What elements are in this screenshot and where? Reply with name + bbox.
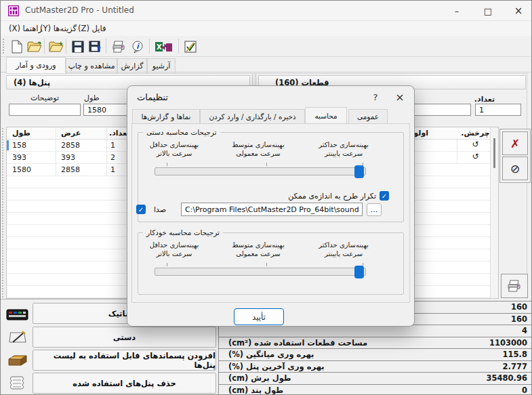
maximize-button[interactable]: □: [474, 1, 502, 21]
stat-row: مساحت قطعات استفاده شده (cm²) 1103000: [219, 337, 532, 350]
ok-button[interactable]: تأیید: [234, 308, 284, 325]
manual-button[interactable]: دستی: [33, 327, 216, 348]
tab-input-stats[interactable]: ورودی و آمار: [6, 57, 66, 73]
stat-row: طول بند (cm) 0: [219, 385, 532, 395]
sound-path-input[interactable]: [181, 203, 363, 216]
count-label: تعداد.: [448, 95, 521, 104]
slider-label-mid: بهینه‌سازی متوسط سرعت معمولی: [226, 241, 291, 258]
dialog-tab-save-load-import[interactable]: ذخیره / بارگذاری / وارد کردن: [200, 109, 305, 123]
dialog-help-button[interactable]: ?: [366, 89, 385, 105]
print-list-button[interactable]: [501, 274, 528, 298]
rotation-icon: ↺: [459, 152, 491, 161]
tab-view-print[interactable]: مشاهده و چاپ: [66, 58, 117, 73]
stat-row: 4: [219, 325, 532, 337]
auto-group-title: ترجیحات محاسبه خودکار: [143, 228, 223, 236]
stat-row: بهره وری آخرین پنل (%) 2.777: [219, 361, 532, 373]
repeat-pattern-label: تکرار طرح به اندازه‌ی ممکن: [260, 192, 376, 201]
add-remnants-button[interactable]: افزودن پسماندهای قابل استفاده به لیست پن…: [33, 350, 216, 371]
sound-label: صدا: [148, 205, 171, 214]
settings-dialog: تنظیمات ? × نماها و گزارش‌ها ذخیره / بار…: [127, 85, 415, 327]
close-button[interactable]: ×: [504, 1, 532, 21]
tab-report[interactable]: گزارش: [117, 58, 147, 73]
toolbar: + ? i X: [1, 36, 532, 57]
new-document-icon[interactable]: [9, 39, 25, 55]
app-icon: [8, 5, 19, 19]
verify-sheet-icon[interactable]: [182, 39, 199, 55]
description-input[interactable]: [9, 104, 81, 116]
stat-row: بهره وری میانگین (%) 115.8: [219, 349, 532, 361]
dialog-close-button[interactable]: ×: [390, 89, 409, 105]
repeat-pattern-checkbox[interactable]: ✓: [380, 191, 389, 201]
col-length: طول: [7, 127, 56, 139]
delete-pieces-button[interactable]: ✗: [502, 131, 528, 155]
menu-file[interactable]: فایل (Z): [74, 21, 110, 36]
svg-text:?: ?: [96, 45, 101, 54]
keyboard-icon: [5, 303, 30, 324]
pieces-actions-box: ✗ ⊘: [499, 129, 531, 183]
dialog-tab-calculation[interactable]: محاسبه: [305, 107, 347, 123]
window-title: CutMaster2D Pro - Untitled: [25, 5, 134, 15]
col-rotation: چرخش.: [459, 127, 491, 138]
save-icon[interactable]: [70, 39, 86, 55]
minimize-button[interactable]: –: [443, 1, 471, 21]
slider-label-min: بهینه‌سازی حداقل سرعت بالاتر: [142, 140, 207, 158]
row-selection-marker: [7, 140, 9, 150]
count-input[interactable]: [475, 104, 521, 116]
slider-thumb[interactable]: [354, 266, 364, 278]
description-label: توضیحات: [9, 93, 81, 102]
printer-icon: [507, 280, 522, 292]
import-file-icon[interactable]: +: [48, 39, 64, 55]
app-window: CutMaster2D Pro - Untitled – □ × راهنما …: [0, 0, 532, 395]
slider-thumb[interactable]: [354, 165, 364, 178]
svg-text:+: +: [58, 41, 64, 47]
used-panels-icon: [5, 373, 30, 394]
remove-used-panels-button[interactable]: حذف پنل‌های استفاده شده: [33, 373, 216, 394]
about-icon[interactable]: i: [129, 39, 146, 55]
print-icon[interactable]: [110, 39, 127, 55]
stat-row: طول برش (cm) 35480.96: [219, 373, 532, 385]
save-help-icon[interactable]: ?: [87, 39, 104, 55]
tab-archive[interactable]: آرشیو: [147, 58, 176, 73]
dialog-tab-views-reports[interactable]: نماها و گزارش‌ها: [132, 109, 200, 123]
title-bar: CutMaster2D Pro - Untitled – □ ×: [1, 1, 532, 21]
slider-label-min: بهینه‌سازی حداقل سرعت بالاتر: [142, 241, 207, 258]
slider-label-max: بهینه‌سازی حداکثر سرعت پایینتر: [310, 140, 377, 158]
remnants-icon: [5, 350, 30, 371]
auto-optimization-slider[interactable]: [155, 268, 366, 276]
menu-bar: راهنما (X) گزینه‌ها (Y) فایل (Z): [1, 21, 532, 36]
scrollbar-thumb[interactable]: [493, 138, 495, 168]
calculation-tab-page: ترجیحات محاسبه دستی بهینه‌سازی حداقل سرع…: [131, 123, 410, 303]
pen-pad-icon: [5, 327, 30, 348]
manual-group-title: ترجیحات محاسبه دستی: [143, 128, 220, 136]
slider-label-mid: بهینه‌سازی متوسط سرعت معمولی: [226, 140, 291, 158]
no-rotation-button[interactable]: ⊘: [502, 157, 528, 180]
manual-optimization-slider[interactable]: [155, 167, 366, 175]
open-file-icon[interactable]: [26, 39, 43, 55]
pieces-scrollbar[interactable]: [490, 127, 498, 298]
slider-label-max: بهینه‌سازی حداکثر سرعت پایینتر: [310, 241, 377, 258]
dialog-tab-general[interactable]: عمومی: [348, 109, 388, 123]
rotation-icon: ↺: [459, 140, 491, 149]
toolbar-grip[interactable]: [3, 39, 5, 54]
dialog-title: تنظیمات: [137, 92, 168, 102]
panels-title: پنل‌ها (4): [7, 78, 50, 87]
sound-checkbox[interactable]: ✓: [136, 205, 146, 214]
browse-sound-button[interactable]: ...: [367, 203, 382, 216]
col-width: عرض: [56, 127, 106, 139]
length-label: طول: [84, 93, 99, 102]
svg-text:X: X: [157, 43, 162, 51]
excel-export-icon[interactable]: X: [155, 39, 173, 55]
